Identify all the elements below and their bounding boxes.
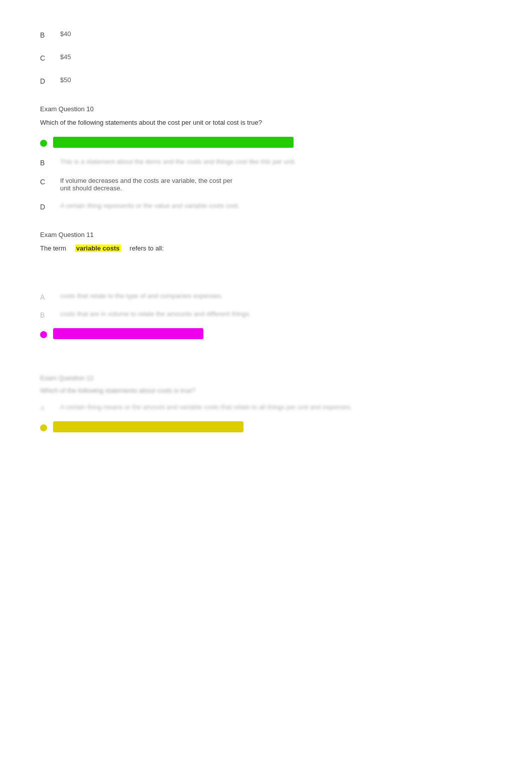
q11-question: The term variable costs refers to all:	[40, 243, 492, 253]
answer-letter-d: D	[40, 76, 60, 85]
q11-c-dot	[40, 331, 47, 338]
exam-question-10: Exam Question 10 Which of the following …	[40, 105, 492, 211]
q12-label: Exam Question 12	[40, 374, 492, 382]
q10-label: Exam Question 10	[40, 105, 492, 113]
answer-letter-b: B	[40, 30, 60, 39]
q10-d-text: A certain thing represents or the value …	[60, 202, 239, 209]
q10-b-text: This is a statement about the items and …	[60, 158, 296, 165]
q10-answer-a	[40, 137, 492, 148]
q11-label: Exam Question 11	[40, 231, 492, 238]
q12-answer-a: A A certain thing means or the amount an…	[40, 403, 492, 412]
q12-a-letter: A	[40, 403, 60, 412]
q11-highlighted-term: variable costs	[75, 244, 121, 252]
q10-question: Which of the following statements about …	[40, 118, 492, 128]
exam-question-12: Exam Question 12 Which of the following …	[40, 374, 492, 432]
prev-question-answers: B $40 C $45 D $50	[40, 30, 492, 85]
q11-b-letter: B	[40, 310, 60, 319]
q11-after: refers to all:	[130, 244, 164, 252]
answer-row-d: D $50	[40, 76, 492, 85]
q12-question: Which of the following statements about …	[40, 387, 492, 394]
q11-answer-c	[40, 328, 492, 339]
q10-a-highlight	[53, 137, 294, 148]
q10-b-letter: B	[40, 158, 60, 167]
q10-d-letter: D	[40, 202, 60, 211]
q11-c-highlight	[53, 328, 203, 339]
q12-b-highlight	[53, 421, 243, 432]
q11-b-text: costs that are in volume to relate the a…	[60, 310, 251, 318]
q12-b-dot	[40, 424, 47, 431]
exam-question-11: Exam Question 11 The term variable costs…	[40, 231, 492, 340]
q11-a-letter: A	[40, 292, 60, 301]
answer-letter-c: C	[40, 53, 60, 62]
answer-value-d: $50	[60, 76, 492, 84]
q10-answer-b: B This is a statement about the items an…	[40, 158, 492, 167]
answer-value-c: $45	[60, 53, 492, 61]
q11-a-text: costs that relate to the type of and com…	[60, 292, 223, 300]
q10-answer-c: C If volume decreases and the costs are …	[40, 177, 492, 192]
answer-row-b: B $40	[40, 30, 492, 39]
answer-value-b: $40	[60, 30, 492, 38]
q12-answer-b	[40, 421, 492, 432]
q11-before: The term	[40, 244, 66, 252]
q10-a-dot	[40, 140, 47, 147]
q12-a-text: A certain thing means or the amount and …	[60, 403, 352, 411]
q11-answer-a: A costs that relate to the type of and c…	[40, 292, 492, 301]
answer-row-c: C $45	[40, 53, 492, 62]
q10-c-letter: C	[40, 177, 60, 186]
q10-c-text: If volume decreases and the costs are va…	[60, 177, 492, 192]
q10-answer-d: D A certain thing represents or the valu…	[40, 202, 492, 211]
q11-answer-b: B costs that are in volume to relate the…	[40, 310, 492, 319]
